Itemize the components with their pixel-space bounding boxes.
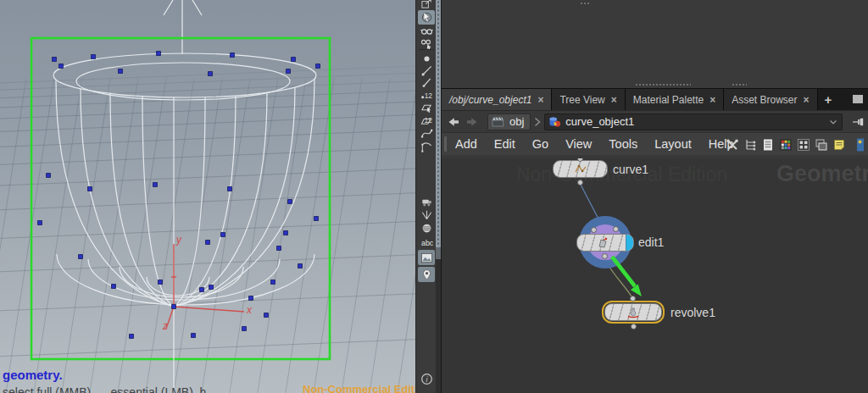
tools-icon[interactable] (725, 137, 740, 152)
current-node-path[interactable]: curve_object1 (544, 113, 843, 130)
control-point[interactable] (92, 55, 96, 59)
normals-display-icon[interactable] (418, 208, 435, 221)
menu-layout[interactable]: Layout (646, 137, 700, 151)
menu-go[interactable]: Go (524, 137, 557, 151)
control-point[interactable] (264, 313, 269, 318)
edit1-input-connector2[interactable] (613, 226, 619, 232)
control-point[interactable] (249, 296, 253, 301)
control-point[interactable] (59, 64, 64, 69)
control-point[interactable] (157, 52, 161, 56)
node-label-curve1[interactable]: curve1 (613, 163, 648, 176)
brush-tool-icon[interactable] (418, 64, 435, 77)
hull-display-icon[interactable] (418, 141, 435, 153)
control-point[interactable] (228, 187, 232, 191)
edit1-output-connector[interactable] (602, 253, 608, 259)
context-obj-button[interactable]: obj (487, 113, 531, 130)
node-edit1[interactable] (576, 234, 634, 252)
control-point[interactable] (284, 231, 288, 235)
palette-icon[interactable] (778, 137, 793, 152)
control-point[interactable] (47, 174, 51, 178)
edit1-selectable-flag[interactable] (626, 235, 633, 251)
back-button[interactable] (447, 114, 460, 130)
partial-panel-icon[interactable] (849, 137, 865, 152)
cart-icon[interactable] (418, 196, 435, 208)
panes-icon[interactable] (814, 137, 829, 152)
control-point[interactable] (153, 183, 158, 187)
tab-close-icon[interactable]: × (537, 94, 543, 106)
curve1-output-connector[interactable] (577, 180, 583, 185)
info-icon[interactable]: i (418, 373, 435, 385)
grid-icon[interactable] (796, 137, 811, 152)
select-tool-icon[interactable] (418, 10, 435, 25)
curve-display-icon[interactable] (418, 127, 435, 140)
node-label-revolve1[interactable]: revolve1 (670, 306, 715, 319)
control-point[interactable] (209, 285, 214, 290)
treeview-icon[interactable] (743, 137, 758, 152)
control-point[interactable] (192, 334, 196, 338)
control-point[interactable] (88, 187, 92, 191)
control-point[interactable] (287, 69, 291, 74)
scene-viewport[interactable]: y x z geometry. select full (MMB) essent… (0, 0, 415, 393)
background-image-icon[interactable] (418, 250, 435, 265)
pane-split-grip[interactable] (635, 83, 691, 87)
select-visible-icon[interactable] (418, 37, 435, 50)
tab-close-icon[interactable]: × (611, 94, 617, 106)
view-tool-icon[interactable] (418, 25, 435, 38)
pane-split-grip2[interactable] (732, 83, 747, 87)
prim-numbers-icon[interactable]: 12 (418, 113, 435, 126)
control-point[interactable] (316, 64, 320, 69)
tab-asset-browser[interactable]: Asset Browser× (724, 89, 817, 110)
pen-tool-icon[interactable] (418, 76, 435, 89)
text-display-icon[interactable]: abc (418, 236, 435, 249)
network-editor[interactable]: Non-Commercial Edition Geometry curve1 (442, 158, 868, 393)
revolve1-input-connector[interactable] (630, 296, 636, 302)
control-point[interactable] (79, 255, 83, 259)
maximize-pane-button[interactable] (853, 95, 863, 103)
tab-material-palette[interactable]: Material Palette× (626, 89, 724, 110)
disc-display-icon[interactable] (418, 222, 435, 235)
control-point[interactable] (298, 264, 303, 268)
control-point[interactable] (172, 305, 176, 309)
control-point[interactable] (231, 53, 235, 58)
control-point[interactable] (112, 285, 116, 289)
control-point[interactable] (314, 217, 319, 221)
control-point[interactable] (38, 221, 42, 225)
control-point[interactable] (271, 280, 275, 285)
control-point[interactable] (53, 58, 57, 62)
list-icon[interactable] (760, 137, 776, 152)
new-tab-button[interactable]: + (818, 89, 839, 110)
control-point[interactable] (221, 233, 225, 237)
revolve1-output-connector[interactable] (631, 324, 637, 329)
tab-close-icon[interactable]: × (804, 94, 810, 106)
note-icon[interactable] (832, 137, 847, 152)
points-display-icon[interactable] (418, 53, 435, 65)
control-point[interactable] (209, 72, 213, 76)
tab-tree-view[interactable]: Tree View× (552, 89, 625, 110)
point-numbers-icon[interactable]: 12 (418, 88, 435, 101)
prim-select-icon[interactable] (418, 101, 435, 113)
forward-button[interactable] (465, 114, 479, 130)
tab-close-icon[interactable]: × (709, 94, 715, 106)
menu-view[interactable]: View (557, 137, 600, 151)
pin-pane-button[interactable] (851, 115, 866, 129)
control-point[interactable] (277, 246, 281, 251)
node-label-edit1[interactable]: edit1 (638, 235, 664, 249)
control-point[interactable] (206, 241, 210, 245)
node-revolve1[interactable] (604, 303, 662, 321)
export-view-icon[interactable] (418, 0, 435, 9)
control-point[interactable] (130, 335, 134, 339)
pane-collapse-grip[interactable] (580, 2, 590, 6)
control-point[interactable] (288, 200, 292, 204)
path-dropdown-icon[interactable] (828, 117, 838, 127)
tab--obj-curve-object1[interactable]: /obj/curve_object1× (442, 89, 552, 110)
menu-add[interactable]: Add (447, 137, 486, 151)
control-point[interactable] (292, 58, 296, 62)
control-point[interactable] (242, 327, 247, 331)
edit1-input-connector[interactable] (591, 227, 597, 233)
menu-edit[interactable]: Edit (486, 137, 524, 151)
node-curve1[interactable] (553, 160, 608, 178)
snap-pin-icon[interactable] (418, 267, 435, 282)
control-point[interactable] (200, 288, 204, 292)
menu-tools[interactable]: Tools (600, 137, 646, 151)
control-point[interactable] (159, 280, 163, 285)
